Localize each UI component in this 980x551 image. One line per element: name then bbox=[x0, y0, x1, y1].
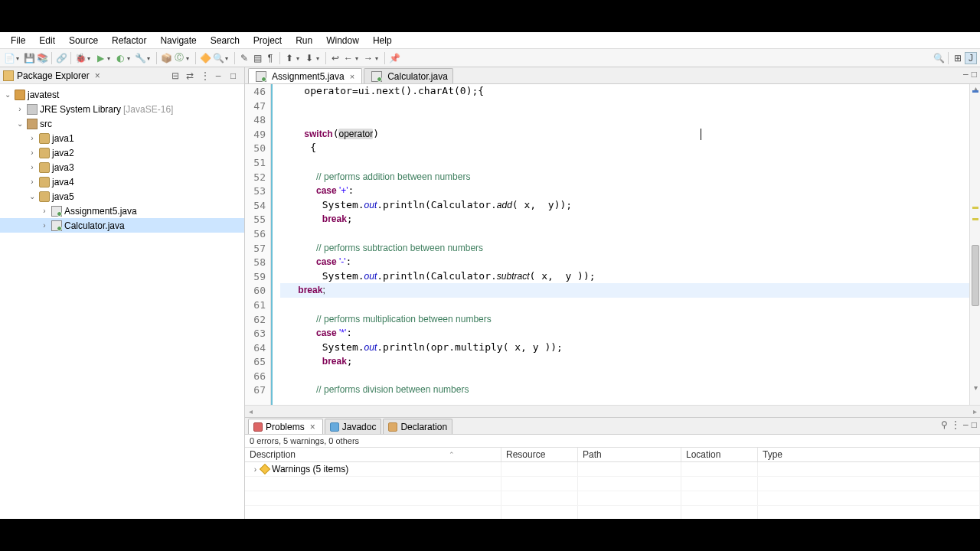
panel-maximize-icon[interactable]: □ bbox=[972, 419, 977, 430]
fwd-dd[interactable]: ▾ bbox=[375, 54, 381, 62]
new-package-icon[interactable]: 📦 bbox=[160, 52, 172, 64]
table-row[interactable] bbox=[245, 477, 980, 491]
editor-tab-calculator[interactable]: Calculator.java bbox=[364, 68, 453, 83]
menu-edit[interactable]: Edit bbox=[33, 34, 61, 47]
forward-icon[interactable]: → bbox=[362, 52, 374, 64]
new-dropdown[interactable]: ▾ bbox=[16, 54, 22, 62]
package-explorer-close[interactable]: × bbox=[93, 70, 103, 81]
back-dd[interactable]: ▾ bbox=[355, 54, 361, 62]
expander-icon[interactable]: ⌄ bbox=[15, 119, 24, 128]
expander-icon[interactable]: › bbox=[28, 148, 37, 157]
tab-declaration[interactable]: Declaration bbox=[383, 419, 452, 434]
toggle-ws-icon[interactable]: ¶ bbox=[264, 52, 276, 64]
toggle-block-icon[interactable]: ▤ bbox=[251, 52, 263, 64]
column-resource[interactable]: Resource bbox=[501, 448, 578, 461]
overview-ruler[interactable]: ▴ ▾ bbox=[969, 84, 980, 405]
menu-file[interactable]: File bbox=[5, 34, 31, 47]
column-description[interactable]: Description⌃ bbox=[245, 448, 501, 461]
menu-run[interactable]: Run bbox=[289, 34, 318, 47]
java-perspective-icon[interactable]: J bbox=[965, 52, 977, 64]
coverage-icon[interactable]: ◐ bbox=[114, 52, 126, 64]
coverage-dropdown[interactable]: ▾ bbox=[127, 54, 133, 62]
run-icon[interactable]: ▶ bbox=[94, 52, 106, 64]
scroll-left-icon[interactable]: ◂ bbox=[245, 407, 256, 416]
ann-prev-dd[interactable]: ▾ bbox=[296, 54, 302, 62]
pin-icon[interactable]: 📌 bbox=[388, 52, 400, 64]
minimize-icon[interactable]: – bbox=[216, 70, 227, 81]
code-content[interactable]: operator=ui.next().charAt(0);{ switch(op… bbox=[277, 84, 969, 405]
expander-icon[interactable]: › bbox=[28, 134, 37, 142]
ext-tools-icon[interactable]: 🔧 bbox=[134, 52, 146, 64]
save-icon[interactable]: 💾 bbox=[23, 52, 35, 64]
jre-node[interactable]: › JRE System Library [JavaSE-16] bbox=[0, 102, 244, 116]
expander-icon[interactable]: ⌄ bbox=[28, 192, 37, 201]
tab-close[interactable]: × bbox=[348, 72, 357, 81]
package-node[interactable]: › java1 bbox=[0, 131, 244, 145]
editor-minimize-icon[interactable]: – bbox=[963, 69, 969, 80]
table-row[interactable] bbox=[245, 491, 980, 506]
project-node[interactable]: ⌄ javatest bbox=[0, 87, 244, 102]
expander-icon[interactable]: › bbox=[15, 105, 24, 113]
annotation-prev-icon[interactable]: ⬆ bbox=[283, 52, 296, 64]
horizontal-scrollbar[interactable]: ◂ ▸ bbox=[245, 405, 980, 417]
scroll-down-icon[interactable]: ▾ bbox=[971, 383, 980, 393]
search-icon[interactable]: 🔍 bbox=[212, 52, 224, 64]
project-tree[interactable]: ⌄ javatest › JRE System Library [JavaSE-… bbox=[0, 84, 244, 519]
expander-icon[interactable]: › bbox=[28, 163, 37, 171]
back-icon[interactable]: ← bbox=[342, 52, 354, 64]
editor-tab-assignment5[interactable]: Assignment5.java × bbox=[248, 68, 362, 83]
menu-source[interactable]: Source bbox=[63, 34, 104, 47]
package-node[interactable]: › java2 bbox=[0, 145, 244, 160]
tab-close[interactable]: × bbox=[308, 422, 318, 432]
toggle-breadcrumb-icon[interactable]: 🔗 bbox=[55, 52, 67, 64]
ext-tools-dropdown[interactable]: ▾ bbox=[147, 54, 153, 62]
src-node[interactable]: ⌄ src bbox=[0, 116, 244, 131]
expander-icon[interactable]: › bbox=[28, 178, 37, 186]
expander-icon[interactable]: ⌄ bbox=[3, 90, 12, 99]
scroll-right-icon[interactable]: ▸ bbox=[969, 407, 980, 416]
search-dropdown[interactable]: ▾ bbox=[225, 54, 231, 62]
open-perspective-icon[interactable]: ⊞ bbox=[952, 52, 964, 64]
menu-navigate[interactable]: Navigate bbox=[154, 34, 202, 47]
collapse-all-icon[interactable]: ⊟ bbox=[172, 70, 182, 81]
menu-project[interactable]: Project bbox=[247, 34, 288, 47]
overview-marker[interactable] bbox=[972, 207, 978, 209]
java-file-node[interactable]: › Assignment5.java bbox=[0, 204, 244, 218]
view-menu-icon[interactable]: ⋮ bbox=[201, 70, 211, 81]
run-dropdown[interactable]: ▾ bbox=[107, 54, 113, 62]
java-file-node[interactable]: › Calculator.java bbox=[0, 218, 244, 233]
column-path[interactable]: Path bbox=[578, 448, 681, 461]
menu-window[interactable]: Window bbox=[320, 34, 365, 47]
new-icon[interactable]: 📄 bbox=[3, 52, 15, 64]
table-row[interactable] bbox=[245, 506, 980, 519]
filter-icon[interactable]: ⚲ bbox=[941, 419, 948, 430]
panel-minimize-icon[interactable]: – bbox=[963, 419, 969, 430]
package-node[interactable]: ⌄ java5 bbox=[0, 189, 244, 204]
problems-table[interactable]: Description⌃ Resource Path Location Type… bbox=[245, 447, 980, 519]
ann-next-dd[interactable]: ▾ bbox=[316, 54, 322, 62]
overview-marker[interactable] bbox=[972, 90, 978, 93]
expander-icon[interactable]: › bbox=[250, 465, 258, 474]
new-type-dropdown[interactable]: ▾ bbox=[186, 54, 192, 62]
package-node[interactable]: › java4 bbox=[0, 174, 244, 189]
save-all-icon[interactable]: 📚 bbox=[36, 52, 48, 64]
link-editor-icon[interactable]: ⇄ bbox=[186, 70, 197, 81]
toggle-mark-icon[interactable]: ✎ bbox=[238, 52, 250, 64]
warnings-group-row[interactable]: ›Warnings (5 items) bbox=[245, 462, 980, 477]
column-type[interactable]: Type bbox=[758, 448, 980, 461]
new-class-icon[interactable]: Ⓒ bbox=[173, 52, 185, 64]
open-type-icon[interactable]: 🔶 bbox=[199, 52, 211, 64]
view-menu-icon[interactable]: ⋮ bbox=[951, 419, 960, 430]
annotation-next-icon[interactable]: ⬇ bbox=[303, 52, 315, 64]
overview-marker[interactable] bbox=[972, 218, 978, 220]
package-node[interactable]: › java3 bbox=[0, 160, 244, 174]
debug-dropdown[interactable]: ▾ bbox=[87, 54, 93, 62]
debug-icon[interactable]: 🐞 bbox=[74, 52, 87, 64]
menu-help[interactable]: Help bbox=[367, 34, 398, 47]
expander-icon[interactable]: › bbox=[40, 221, 49, 230]
quick-search-icon[interactable]: 🔍 bbox=[933, 52, 945, 64]
editor-maximize-icon[interactable]: □ bbox=[972, 69, 977, 80]
problems-table-header[interactable]: Description⌃ Resource Path Location Type bbox=[245, 447, 980, 462]
column-location[interactable]: Location bbox=[681, 448, 758, 461]
menu-search[interactable]: Search bbox=[204, 34, 246, 47]
